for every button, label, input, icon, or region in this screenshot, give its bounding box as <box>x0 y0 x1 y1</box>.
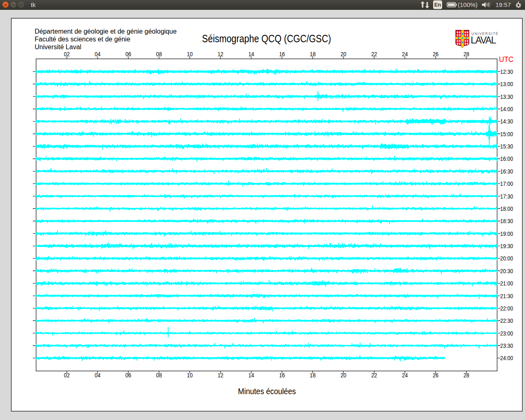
svg-text:18:30: 18:30 <box>500 218 514 224</box>
svg-text:21:00: 21:00 <box>500 280 514 287</box>
svg-text:20: 20 <box>340 372 346 379</box>
svg-text:04: 04 <box>95 372 100 379</box>
svg-text:10: 10 <box>187 51 193 57</box>
svg-text:12:30: 12:30 <box>500 68 514 75</box>
svg-text:22: 22 <box>371 51 377 57</box>
svg-text:08: 08 <box>156 51 162 57</box>
svg-text:08: 08 <box>156 372 162 379</box>
svg-text:19:00: 19:00 <box>500 231 514 237</box>
svg-text:02: 02 <box>64 372 70 379</box>
svg-text:21:30: 21:30 <box>500 293 514 299</box>
svg-text:13:30: 13:30 <box>500 94 514 100</box>
svg-text:26: 26 <box>433 51 438 57</box>
svg-text:Minutes écoulées: Minutes écoulées <box>238 387 296 396</box>
svg-text:24:00: 24:00 <box>500 355 514 361</box>
svg-text:14: 14 <box>248 51 254 57</box>
svg-text:19:30: 19:30 <box>500 243 514 249</box>
svg-text:02: 02 <box>64 51 70 57</box>
svg-text:Université Laval: Université Laval <box>35 43 82 50</box>
svg-text:Faculté des sciences et de gén: Faculté des sciences et de génie <box>35 36 130 43</box>
svg-text:16:30: 16:30 <box>500 168 514 175</box>
svg-text:16:00: 16:00 <box>500 155 514 162</box>
svg-text:18: 18 <box>310 51 315 57</box>
svg-text:20: 20 <box>340 51 346 57</box>
svg-text:15:30: 15:30 <box>500 143 514 150</box>
svg-text:10: 10 <box>187 372 193 379</box>
svg-text:LAVAL: LAVAL <box>471 35 497 46</box>
svg-text:14:30: 14:30 <box>500 118 514 125</box>
svg-text:12: 12 <box>218 51 224 57</box>
svg-text:28: 28 <box>463 372 469 379</box>
svg-text:24: 24 <box>402 51 408 57</box>
svg-text:17:30: 17:30 <box>500 193 514 200</box>
svg-text:28: 28 <box>463 51 469 57</box>
svg-text:18: 18 <box>310 372 315 379</box>
svg-text:18:00: 18:00 <box>500 205 514 212</box>
svg-text:16: 16 <box>279 51 285 57</box>
svg-text:12: 12 <box>218 372 224 379</box>
svg-text:23:00: 23:00 <box>500 330 514 337</box>
svg-text:15:00: 15:00 <box>500 131 514 137</box>
svg-text:14:00: 14:00 <box>500 106 514 112</box>
svg-text:17:00: 17:00 <box>500 180 514 187</box>
svg-text:16: 16 <box>279 372 285 379</box>
svg-text:04: 04 <box>95 51 100 57</box>
svg-text:Séismographe QCQ (CGC/GSC): Séismographe QCQ (CGC/GSC) <box>202 32 331 45</box>
svg-text:06: 06 <box>126 372 131 379</box>
svg-text:14: 14 <box>248 372 254 379</box>
svg-text:23:30: 23:30 <box>500 342 514 349</box>
svg-text:22:00: 22:00 <box>500 305 514 312</box>
svg-text:UTC: UTC <box>499 55 514 64</box>
svg-text:Département de géologie et de: Département de géologie et de génie géol… <box>35 28 177 35</box>
svg-text:24: 24 <box>402 372 408 379</box>
svg-text:20:00: 20:00 <box>500 255 514 262</box>
svg-text:26: 26 <box>433 372 438 379</box>
svg-text:06: 06 <box>126 51 131 57</box>
svg-text:22: 22 <box>371 372 377 379</box>
svg-text:13:00: 13:00 <box>500 81 514 87</box>
svg-text:22:30: 22:30 <box>500 317 514 324</box>
svg-text:20:30: 20:30 <box>500 268 514 274</box>
